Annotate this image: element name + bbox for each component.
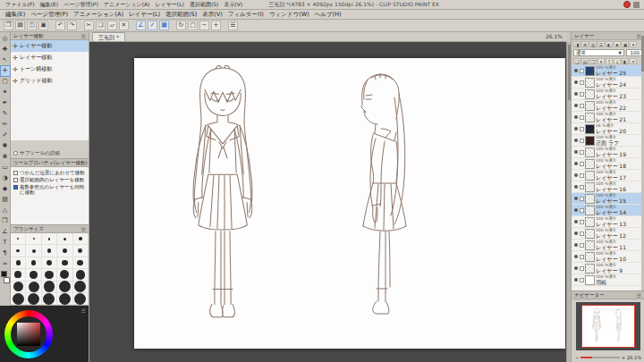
brush-size-cell[interactable]	[26, 282, 41, 293]
snap-special-ruler-icon[interactable]: ✓	[148, 21, 157, 30]
layer-checkbox[interactable]	[580, 185, 584, 189]
layer-checkbox[interactable]	[580, 266, 584, 271]
menu-item[interactable]: ファイル(F)	[3, 1, 38, 9]
menu-item[interactable]: 編集(E)	[3, 11, 28, 19]
layer-thumbnail[interactable]	[585, 147, 595, 157]
layer-thumbnail[interactable]	[585, 159, 595, 169]
menu-item[interactable]: 表示(V)	[199, 11, 225, 19]
new-layer-icon[interactable]: ❏	[573, 58, 580, 64]
visibility-eye-icon[interactable]	[572, 103, 579, 109]
layer-checkbox[interactable]	[580, 104, 584, 108]
menu-item[interactable]: ヘルプ(H)	[312, 11, 344, 19]
move-layer-down-icon[interactable]: ↓	[614, 58, 621, 64]
gradient-tool[interactable]: ▨	[1, 195, 10, 205]
menu-item[interactable]: フィルター(I)	[225, 11, 267, 19]
combine-mode-icon[interactable]: ⊞	[581, 41, 589, 47]
panel-menu-icon[interactable]: ☰	[637, 291, 641, 299]
print-icon[interactable]: ▣	[38, 21, 48, 30]
layer-thumbnail[interactable]	[585, 206, 595, 215]
menu-item[interactable]: レイヤー(L)	[152, 1, 186, 9]
visibility-eye-icon[interactable]	[572, 207, 579, 214]
eraser-tool[interactable]: ▭	[1, 163, 10, 173]
visibility-eye-icon[interactable]	[572, 242, 579, 248]
brush-size-cell[interactable]	[57, 245, 72, 257]
layer-thumbnail[interactable]	[585, 240, 595, 250]
airbrush-tool[interactable]: ✺	[1, 141, 10, 151]
move-layer-up-icon[interactable]: ↑	[606, 58, 613, 64]
snap-ruler-icon[interactable]: ∠	[136, 21, 146, 30]
open-file-icon[interactable]: ▤	[15, 21, 25, 30]
layer-checkbox[interactable]	[580, 208, 584, 213]
visibility-eye-icon[interactable]	[572, 231, 579, 237]
menu-item[interactable]: レイヤー(L)	[126, 11, 163, 19]
visibility-eye-icon[interactable]	[572, 149, 579, 156]
zoom-tool[interactable]: ◎	[1, 34, 10, 44]
brush-size-cell[interactable]	[73, 257, 89, 269]
separator[interactable]	[171, 21, 174, 30]
layer-thumbnail[interactable]	[585, 124, 595, 134]
frame-border-tool[interactable]: ❒	[1, 216, 10, 226]
layer-thumbnail[interactable]	[585, 275, 595, 285]
story-tool[interactable]: ¶	[1, 248, 10, 258]
panel-menu-icon[interactable]: ☰	[81, 308, 86, 314]
subtool-panel-header[interactable]: レイヤー移動 ☰	[11, 32, 89, 40]
snap-grid-icon[interactable]: ▦	[159, 21, 169, 30]
brush-size-cell[interactable]	[73, 282, 89, 293]
menu-item[interactable]: 表示(V)	[221, 1, 245, 9]
menu-item[interactable]: 選択範囲(S)	[187, 1, 222, 9]
paste-icon[interactable]: ▱	[107, 21, 117, 30]
layer-checkbox[interactable]	[580, 80, 584, 85]
duplicate-layer-icon[interactable]: ❐	[589, 58, 597, 64]
layer-menu-icon[interactable]: ☰	[597, 41, 605, 47]
レイヤー 16[interactable]: 100 %通常 レイヤー 16	[572, 181, 644, 193]
visibility-eye-icon[interactable]	[572, 277, 579, 283]
visibility-eye-icon[interactable]	[572, 196, 579, 202]
用紙[interactable]: 100 %通常 用紙	[572, 274, 644, 286]
layer-panel-header[interactable]: レイヤー ☰	[572, 32, 644, 40]
レイヤー 12[interactable]: 100 %通常 レイヤー 12	[572, 228, 644, 240]
cut-icon[interactable]: ✂	[84, 21, 94, 30]
figure-tool[interactable]: △	[1, 206, 10, 215]
eyedropper-tool[interactable]: ✒	[1, 98, 10, 108]
opacity-icon[interactable]: ◐	[606, 41, 613, 47]
option-checkbox[interactable]	[13, 178, 18, 182]
layer-thumbnail[interactable]	[585, 101, 595, 111]
tool-property-option[interactable]: 複数参照元のレイヤーも同時に移動	[11, 182, 89, 195]
レイヤー 24[interactable]: 100 %通常 レイヤー 24	[572, 77, 644, 88]
レイヤー 22[interactable]: 100 %通常 レイヤー 22	[572, 100, 644, 112]
brush-size-cell[interactable]	[57, 293, 72, 305]
正面 ラフ[interactable]: 100 %通常 正面 ラフ	[572, 135, 644, 147]
brush-size-header[interactable]: ブラシサイズ ☰	[11, 225, 89, 233]
レイヤー 19[interactable]: 100 %通常 レイヤー 19	[572, 147, 644, 158]
layer-checkbox[interactable]	[580, 92, 584, 97]
visibility-eye-icon[interactable]	[572, 173, 579, 179]
selection-tool[interactable]: ▢	[1, 77, 10, 87]
line-correction-tool[interactable]: ≈	[1, 259, 10, 269]
delete-layer-icon[interactable]: ✕	[630, 58, 637, 64]
layer-thumbnail[interactable]	[585, 66, 595, 76]
option-checkbox[interactable]	[13, 171, 18, 175]
brush-size-cell[interactable]	[73, 293, 89, 305]
layer-checkbox[interactable]	[580, 162, 584, 166]
subtool-item[interactable]: ✛ レイヤー移動	[11, 52, 89, 63]
lock-pixels-icon[interactable]: ▣	[622, 41, 629, 47]
copy-icon[interactable]: ❏	[96, 21, 106, 30]
brush-size-cell[interactable]	[11, 245, 26, 257]
menu-item[interactable]: 編集(E)	[38, 1, 61, 9]
tool-property-header[interactable]: ツールプロパティ(レイヤー移動)	[11, 159, 89, 167]
tool-property-option[interactable]: つかんだ位置にあわせて移動	[11, 168, 89, 175]
separator[interactable]	[50, 21, 54, 30]
visibility-eye-icon[interactable]	[572, 138, 579, 144]
brush-size-cell[interactable]	[73, 269, 89, 281]
saturation-value-square[interactable]	[17, 323, 40, 346]
layer-checkbox[interactable]	[580, 232, 584, 236]
visibility-eye-icon[interactable]	[572, 219, 579, 225]
ruler-tool[interactable]: ∠	[1, 227, 10, 237]
visibility-eye-icon[interactable]	[572, 254, 579, 260]
brush-size-cell[interactable]	[57, 269, 72, 281]
レイヤー 9[interactable]: 100 %通常 レイヤー 9	[572, 263, 644, 274]
main-color-swatch[interactable]	[1, 271, 7, 277]
subtool-item[interactable]: ✛ レイヤー移動	[11, 40, 89, 52]
tone-icon[interactable]: ▥	[589, 41, 597, 47]
new-file-icon[interactable]: ❐	[4, 21, 13, 30]
